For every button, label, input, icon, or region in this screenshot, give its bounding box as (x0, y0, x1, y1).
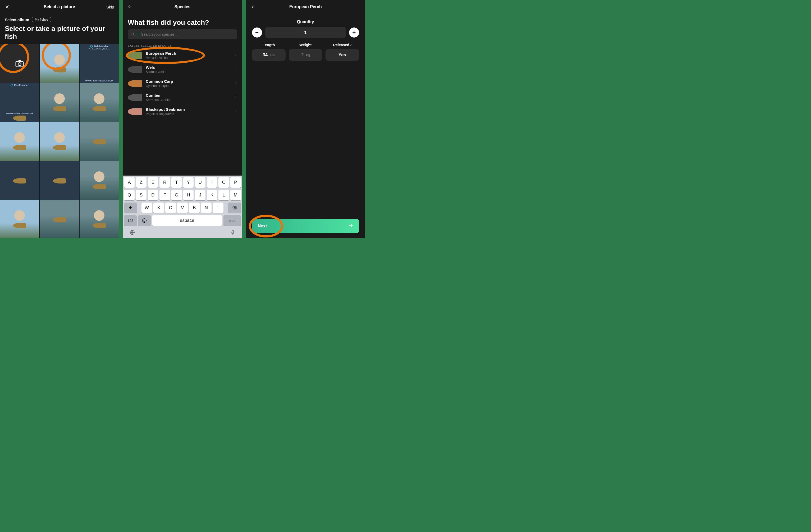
header: Species (123, 0, 242, 14)
photo-thumb[interactable]: FishFriender The Social Fishing Platform… (80, 44, 119, 83)
key-b[interactable]: B (189, 202, 200, 213)
quantity-label: Quantity (246, 14, 365, 27)
next-button[interactable]: Next (252, 219, 359, 233)
decrement-button[interactable]: − (252, 28, 262, 37)
svg-point-3 (142, 219, 147, 223)
key-u[interactable]: U (195, 177, 205, 188)
quantity-field[interactable]: 1 (265, 27, 346, 38)
back-icon[interactable] (251, 4, 256, 9)
weight-field[interactable]: ? kg (289, 49, 322, 61)
key-q[interactable]: Q (124, 190, 135, 200)
fish-icon (128, 66, 142, 73)
key-i[interactable]: I (207, 177, 217, 188)
key-a[interactable]: A (124, 177, 135, 188)
key-p[interactable]: P (230, 177, 241, 188)
species-item[interactable]: Blackspot Seabream Pagellus Bogaraveo (123, 104, 242, 119)
key-l[interactable]: L (218, 190, 229, 200)
species-item[interactable]: Wels Silurus Glanis (123, 62, 242, 76)
photo-thumb[interactable] (40, 200, 79, 238)
ruler-url: WWW.FISHFRIENDER.COM (6, 112, 33, 115)
key-d[interactable]: D (148, 190, 158, 200)
key-j[interactable]: J (195, 190, 205, 200)
increment-button[interactable]: + (349, 28, 359, 37)
photo-thumb[interactable] (0, 200, 39, 238)
camera-button[interactable] (0, 44, 39, 83)
ruler-tagline: The Social Fishing Platform (89, 48, 110, 50)
svg-rect-7 (232, 230, 233, 233)
header: European Perch (246, 0, 365, 14)
search-input[interactable] (128, 29, 237, 40)
length-field[interactable]: 34 cm (252, 49, 286, 61)
length-value: 34 (263, 52, 267, 58)
skip-button[interactable]: Skip (106, 5, 114, 9)
key-y[interactable]: Y (183, 177, 194, 188)
key-n[interactable]: N (201, 202, 212, 213)
numeric-key[interactable]: 123 (124, 215, 137, 226)
species-item[interactable]: Comber Serranus Cabrilla (123, 90, 242, 104)
photo-thumb[interactable] (40, 83, 79, 122)
svg-point-4 (143, 220, 144, 221)
key-f[interactable]: F (159, 190, 170, 200)
photo-thumb[interactable] (80, 83, 119, 122)
species-name: Common Carp (146, 79, 231, 83)
released-field[interactable]: Yes (325, 49, 359, 61)
back-icon[interactable] (128, 4, 133, 9)
chevron-right-icon (234, 95, 237, 100)
emoji-key[interactable] (138, 215, 151, 226)
metric-weight: Weight ? kg (289, 43, 322, 61)
text-cursor (138, 32, 138, 37)
key-x[interactable]: X (153, 202, 164, 213)
weight-unit: kg (306, 53, 310, 57)
species-list: European Perch Perca Fluviatilis Wels Si… (123, 48, 242, 119)
photo-thumb[interactable] (0, 122, 39, 161)
key-t[interactable]: T (171, 177, 182, 188)
ruler-url: WWW.FISHFRIENDER.COM (86, 80, 113, 82)
album-chip[interactable]: My fishes (32, 17, 51, 22)
species-latin: Serranus Cabrilla (146, 98, 231, 102)
fish-icon (128, 52, 142, 59)
photo-thumb[interactable] (40, 161, 79, 200)
space-key[interactable]: espace (152, 215, 222, 226)
photo-thumb[interactable] (40, 122, 79, 161)
metric-label: Length (252, 43, 286, 47)
fish-icon (128, 94, 142, 101)
chevron-right-icon (234, 67, 237, 72)
key-c[interactable]: C (165, 202, 176, 213)
photo-thumb[interactable] (80, 200, 119, 238)
photo-thumb[interactable] (80, 161, 119, 200)
photo-thumb[interactable] (80, 122, 119, 161)
shift-key[interactable] (124, 202, 137, 213)
photo-thumb[interactable]: FishFriender WWW.FISHFRIENDER.COM (0, 83, 39, 122)
photo-grid: FishFriender The Social Fishing Platform… (0, 44, 119, 238)
key-s[interactable]: S (136, 190, 147, 200)
chevron-right-icon (234, 109, 237, 114)
key-z[interactable]: Z (136, 177, 147, 188)
return-key[interactable]: retour (224, 215, 241, 226)
key-o[interactable]: O (218, 177, 229, 188)
screen-species: Species What fish did you catch? LATEST … (123, 0, 242, 238)
screen-catch-details: European Perch Quantity − 1 + Length 34 … (246, 0, 365, 238)
svg-point-2 (132, 33, 134, 35)
species-item[interactable]: Common Carp Cyprinus Carpio (123, 76, 242, 90)
key-h[interactable]: H (183, 190, 194, 200)
key-g[interactable]: G (171, 190, 182, 200)
photo-thumb[interactable] (0, 161, 39, 200)
mic-icon[interactable] (230, 229, 235, 237)
key-v[interactable]: V (177, 202, 188, 213)
search-field[interactable] (141, 32, 234, 36)
backspace-key[interactable] (228, 202, 241, 213)
close-icon[interactable] (5, 4, 10, 9)
key-w[interactable]: W (141, 202, 152, 213)
photo-thumb[interactable] (40, 44, 79, 83)
key-m[interactable]: M (230, 190, 241, 200)
header-title: European Perch (289, 4, 322, 9)
screen-select-picture: Select a picture Skip Select album My fi… (0, 0, 119, 238)
key-k[interactable]: K (207, 190, 217, 200)
key-´[interactable]: ´ (213, 202, 224, 213)
key-e[interactable]: E (148, 177, 158, 188)
globe-icon[interactable] (129, 229, 135, 237)
key-r[interactable]: R (159, 177, 170, 188)
species-item[interactable]: European Perch Perca Fluviatilis (123, 48, 242, 62)
species-name: European Perch (146, 51, 231, 56)
header: Select a picture Skip (0, 0, 119, 14)
